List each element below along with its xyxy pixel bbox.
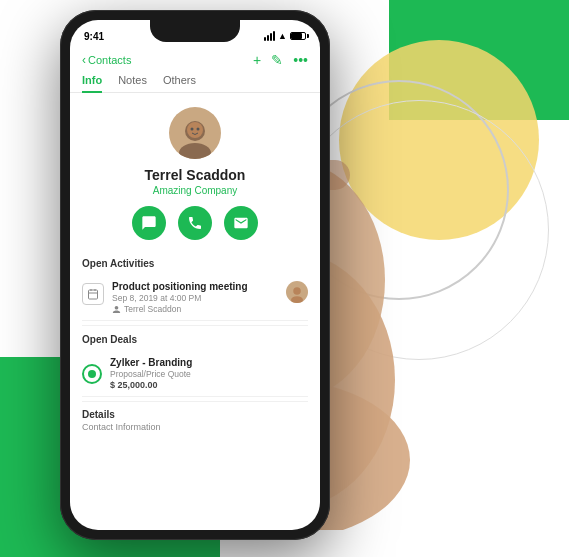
details-title: Details — [82, 409, 308, 420]
back-button[interactable]: ‹ Contacts — [82, 54, 131, 66]
status-time: 9:41 — [84, 31, 104, 42]
deal-status-icon — [82, 364, 102, 384]
tab-others[interactable]: Others — [163, 74, 196, 92]
svg-point-6 — [179, 143, 211, 159]
deal-item[interactable]: Zylker - Branding Proposal/Price Quote $… — [82, 351, 308, 397]
svg-rect-10 — [89, 290, 98, 299]
svg-point-8 — [191, 128, 194, 131]
activity-calendar-icon — [82, 283, 104, 305]
phone-screen: 9:41 ▲ ‹ Con — [70, 20, 320, 530]
avatar — [169, 107, 221, 159]
deal-title: Zylker - Branding — [110, 357, 308, 368]
action-buttons — [132, 206, 258, 240]
svg-point-9 — [197, 128, 200, 131]
battery-icon — [290, 32, 306, 40]
back-label: Contacts — [88, 54, 131, 66]
call-button[interactable] — [178, 206, 212, 240]
assignee-name: Terrel Scaddon — [124, 304, 181, 314]
svg-point-14 — [293, 287, 301, 295]
activity-user-avatar — [286, 281, 308, 303]
open-deals-section: Open Deals Zylker - Branding Proposal/Pr… — [70, 326, 320, 401]
email-button[interactable] — [224, 206, 258, 240]
chevron-left-icon: ‹ — [82, 54, 86, 66]
activity-assignee: Terrel Scaddon — [112, 304, 278, 314]
wifi-icon: ▲ — [278, 31, 287, 41]
more-icon[interactable]: ••• — [293, 52, 308, 68]
activity-title: Product positioning meeting — [112, 281, 278, 292]
deal-amount: $ 25,000.00 — [110, 380, 308, 390]
message-button[interactable] — [132, 206, 166, 240]
profile-company: Amazing Company — [153, 185, 237, 196]
activity-content: Product positioning meeting Sep 8, 2019 … — [112, 281, 278, 314]
svg-point-15 — [291, 296, 303, 303]
open-activities-title: Open Activities — [82, 258, 308, 269]
details-sub: Contact Information — [82, 422, 308, 432]
activity-item[interactable]: Product positioning meeting Sep 8, 2019 … — [82, 275, 308, 321]
activity-date: Sep 8, 2019 at 4:00 PM — [112, 293, 278, 303]
status-icons: ▲ — [264, 31, 306, 41]
open-deals-title: Open Deals — [82, 334, 308, 345]
phone-notch — [150, 20, 240, 42]
profile-section: Terrel Scaddon Amazing Company — [70, 93, 320, 250]
app-header: ‹ Contacts + ✎ ••• — [70, 48, 320, 74]
tab-notes[interactable]: Notes — [118, 74, 147, 92]
header-actions: + ✎ ••• — [253, 52, 308, 68]
svg-point-7 — [187, 122, 203, 138]
open-activities-section: Open Activities Product positioning meet… — [70, 250, 320, 325]
add-icon[interactable]: + — [253, 52, 261, 68]
tabs-bar: Info Notes Others — [70, 74, 320, 93]
tab-info[interactable]: Info — [82, 74, 102, 92]
deal-content: Zylker - Branding Proposal/Price Quote $… — [110, 357, 308, 390]
edit-icon[interactable]: ✎ — [271, 52, 283, 68]
details-section: Details Contact Information — [70, 402, 320, 436]
phone-frame: 9:41 ▲ ‹ Con — [60, 10, 330, 540]
deal-stage: Proposal/Price Quote — [110, 369, 308, 379]
profile-name: Terrel Scaddon — [145, 167, 246, 183]
signal-icon — [264, 31, 275, 41]
phone-body: 9:41 ▲ ‹ Con — [60, 10, 330, 540]
